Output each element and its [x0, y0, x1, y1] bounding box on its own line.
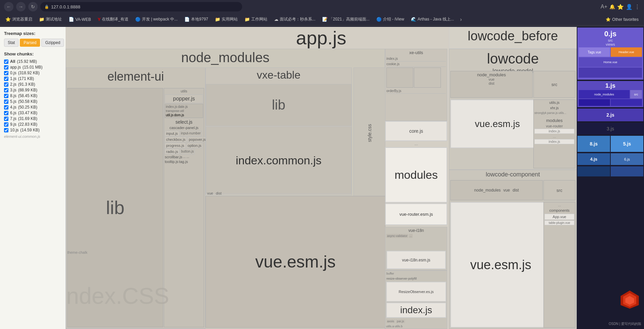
bookmark-star-icon: ⭐ [617, 4, 624, 10]
chunk-8js-checkbox[interactable] [4, 94, 8, 98]
bookmark-useful-sites[interactable]: 📁 实用网站 [212, 15, 240, 23]
bookmark-label: 开发 | webpack 中... [142, 16, 178, 22]
forward-button[interactable]: → [16, 2, 26, 11]
chunk-5js-checkbox[interactable] [4, 99, 8, 104]
chunk-3js-checkbox[interactable] [4, 88, 8, 92]
vue-i18n-esm-block[interactable]: vue-i18n.esm.js [386, 251, 446, 269]
bookmark-local9797[interactable]: 📄 本地9797 [182, 15, 211, 23]
popper-js-block[interactable]: popper.js [165, 94, 203, 103]
chunk-10js-label: 10.js [10, 128, 18, 132]
parsed-button[interactable]: Parsed [20, 39, 40, 47]
chunk-6js-checkbox[interactable] [4, 111, 8, 115]
bookmark-va-web[interactable]: 📄 VA-WEB [66, 16, 93, 23]
bookmark-youdao[interactable]: Y 在线翻译_有道 [95, 15, 131, 23]
bookmark-webpack[interactable]: 🔵 开发 | webpack 中... [132, 15, 180, 23]
lowcode-block[interactable]: lowcode lowcode-model node_modules vue d… [449, 49, 577, 170]
bookmarks-more-button[interactable]: › [458, 15, 464, 24]
mini-8js-block[interactable]: 8.js [577, 136, 610, 152]
chunk-all-checkbox[interactable] [4, 59, 8, 64]
bookmark-label: VA-WEB [75, 17, 91, 22]
chunk-4js-checkbox[interactable] [4, 105, 8, 110]
element-ui-common-label: element-ui.common.js [4, 134, 62, 138]
vue-router-block[interactable]: vue-router.esm.js [385, 203, 447, 225]
refresh-button[interactable]: ↻ [28, 2, 38, 11]
bookmark-browser-restart[interactable]: ⭐ 浏览器重启 [3, 15, 35, 23]
bookmark-test-addr[interactable]: 📁 测试地址 [36, 15, 65, 23]
bookmark-frontend[interactable]: 📝 「2021」高频前端面... [319, 15, 372, 23]
chunk-0js-checkbox[interactable] [4, 71, 8, 75]
extension-icon: 🔔 [609, 4, 615, 9]
bookmark-icon: ⭐ [5, 17, 11, 22]
index-css-overlay: index.CSS [67, 264, 163, 327]
chunk-0js-label: 0.js [10, 71, 16, 75]
node-modules-block[interactable]: node_modules element-ui lib utils popper… [66, 49, 385, 329]
gzipped-button[interactable]: Gzipped [41, 39, 64, 47]
lcc-nm-label: node_modules [474, 188, 501, 193]
vue-i18n-block[interactable]: vue-i18n async-validator ... vue-i18n.es… [385, 227, 447, 271]
index-js-eu-label: index.js [166, 105, 177, 109]
mini-1js-block[interactable]: 1.js node_modules src [577, 81, 643, 107]
index-js-bottom-block[interactable]: index.js [386, 302, 446, 318]
lc-src-label: src [552, 82, 557, 87]
note-icon: 📝 [322, 17, 328, 22]
mini-2js-block[interactable]: 2.js [577, 109, 643, 121]
lc-index-js-label: index.js [534, 129, 574, 134]
xe-utils-block[interactable]: xe-utils index.js cookie.js orderBy.js [385, 49, 447, 121]
lowcode-before-block[interactable]: lowcode_before [449, 27, 577, 49]
chunk-9js-checkbox[interactable] [4, 122, 8, 127]
chunk-all: All (15.92 MB) [4, 59, 62, 64]
chunk-3js-label: 3.js [10, 88, 16, 92]
index-common-block[interactable]: index.common.js [206, 127, 351, 194]
mini-6js-block[interactable]: 6.js [611, 153, 643, 165]
app-js-label: app.js [296, 27, 346, 49]
bookmark-label: 本地9797 [191, 16, 208, 22]
chunk-all-size: (15.92 MB) [17, 59, 37, 64]
modules-block[interactable]: modules [385, 147, 447, 203]
chunk-1js-checkbox[interactable] [4, 77, 8, 81]
lc-vue-esm-block[interactable]: vue.esm.js [450, 99, 544, 148]
chunk-4js-label: 4.js [10, 105, 16, 110]
chunk-10js-checkbox[interactable] [4, 128, 8, 132]
chunk-7js-checkbox[interactable] [4, 117, 8, 121]
bookmark-arthas[interactable]: 🌊 Arthas - Java 线上... [408, 15, 457, 23]
lc-vue-router-label: vue-router [534, 124, 575, 128]
style-css-block[interactable]: style.css [353, 68, 385, 199]
stat-button[interactable]: Stat [4, 39, 18, 47]
utils-js-lc-label: utils.js [534, 100, 575, 105]
vxe-vue-esm-block[interactable]: vue.esm.js [205, 196, 385, 328]
vxe-table-label: vxe-table [206, 68, 351, 81]
chunk-2js-checkbox[interactable] [4, 82, 8, 87]
mini-4js-block[interactable]: 4.js [577, 153, 610, 165]
chunk-6js-size: (33.47 KB) [18, 111, 37, 115]
mini-3js-block[interactable]: 3.js [577, 123, 643, 134]
bookmark-work-sites[interactable]: 📁 工作网站 [242, 15, 270, 23]
resize-observer-es-block[interactable]: ResizeObserver.es.js [386, 282, 446, 302]
bookmark-iview[interactable]: 🔵 介绍 - iView [374, 15, 407, 23]
vxe-vue-label: vue [207, 191, 213, 195]
element-ui-block[interactable]: element-ui lib utils popper.js index.js … [66, 68, 205, 329]
mini-5js-block[interactable]: 5.js [611, 136, 643, 152]
chunk-appjs: app.js (15.01 MB) [4, 65, 62, 70]
treemap-main[interactable]: app.js node_modules element-ui lib utils… [66, 27, 577, 329]
mini-2js-label: 2.js [606, 112, 614, 118]
modules-label: modules [394, 168, 438, 181]
parjs-label: par.js [396, 319, 405, 323]
core-js-block[interactable]: core.js [385, 121, 447, 141]
back-button[interactable]: ← [4, 2, 13, 11]
chunk-appjs-checkbox[interactable] [4, 65, 8, 70]
mini-6js-label: 6.js [624, 157, 630, 161]
element-ui-utils-block[interactable]: utils popper.js index.js date.js transpo… [164, 88, 204, 327]
chunk-6js: 6.js (33.47 KB) [4, 111, 62, 115]
menu-icon[interactable]: ⋮ [635, 4, 640, 10]
bookmark-label: 介绍 - iView [383, 16, 404, 22]
lcc-vue-esm-block[interactable]: vue.esm.js [450, 202, 551, 328]
vxe-table-block[interactable]: vxe-table lib index.common.js [205, 68, 352, 195]
mini-0js-block[interactable]: 0.js src views Tags.vue Header.vue Home.… [577, 28, 643, 80]
url-bar[interactable]: 🔒 127.0.0.1:8888 [40, 2, 242, 11]
dots-label: ... [409, 234, 413, 238]
vxe-lib-block[interactable]: lib [206, 84, 351, 126]
lc-vue-esm-label: vue.esm.js [475, 119, 520, 129]
lowcode-component-block[interactable]: lowcode-component node_modules vue dist … [449, 170, 577, 329]
other-favorites-button[interactable]: ⭐ Other favorites [603, 16, 641, 23]
bookmark-interview[interactable]: ☁ 面试必考：秒杀系... [271, 15, 318, 23]
